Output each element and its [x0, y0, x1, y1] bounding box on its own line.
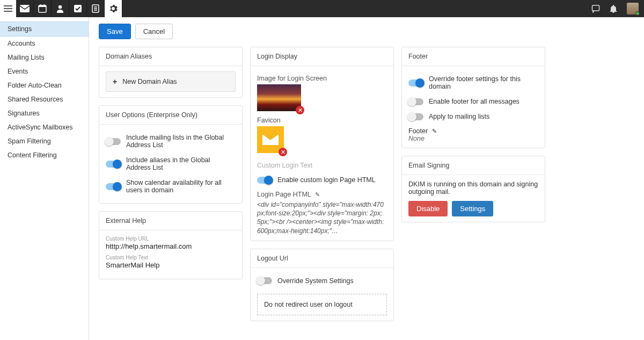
login-page-html-value: <div id="companyinfo" style="max-width:4…	[257, 200, 387, 235]
svg-rect-2	[39, 5, 46, 7]
toggle-label: Override footer settings for this domain	[429, 75, 538, 90]
svg-rect-3	[40, 4, 41, 6]
toggle-label: Override System Settings	[277, 277, 354, 285]
card-title: Domain Aliases	[99, 47, 242, 66]
toggle-calendar-availability[interactable]	[106, 183, 121, 190]
toggle-override-logout[interactable]	[257, 277, 272, 284]
svg-rect-11	[592, 5, 599, 11]
logout-url-card: Logout Url Override System Settings Do n…	[250, 249, 394, 321]
email-signing-card: Email Signing DKIM is running on this do…	[401, 156, 545, 222]
sidebar-item-content-filtering[interactable]: Content Filtering	[0, 148, 89, 162]
help-url-label: Custom Help URL	[106, 236, 236, 242]
footer-value: None	[408, 135, 538, 142]
svg-rect-0	[20, 5, 30, 12]
login-display-card: Login Display Image for Login Screen ✕ F…	[250, 47, 394, 241]
toggle-label: Include aliases in the Global Address Li…	[126, 156, 236, 171]
main-content: Save Cancel Domain Aliases + New Domain …	[89, 17, 644, 340]
svg-point-5	[58, 5, 62, 9]
domain-aliases-card: Domain Aliases + New Domain Alias	[99, 47, 243, 98]
toggle-label: Include mailing lists in the Global Addr…	[126, 134, 236, 149]
sidebar: Settings Accounts Mailing Lists Events F…	[0, 17, 89, 340]
remove-favicon-icon[interactable]: ✕	[279, 148, 287, 156]
custom-login-text-input[interactable]: Custom Login Text	[257, 158, 387, 172]
toggle-label: Show calendar availability for all users…	[126, 179, 236, 194]
login-image-label: Image for Login Screen	[257, 75, 387, 82]
user-avatar[interactable]	[627, 3, 639, 15]
toggle-enable-custom-html[interactable]	[257, 177, 272, 184]
footer-label: Footer	[408, 127, 428, 135]
sidebar-item-settings[interactable]: Settings	[0, 21, 89, 37]
toggle-label: Apply to mailing lists	[429, 113, 489, 120]
plus-icon: +	[113, 77, 117, 86]
logout-redirect-message: Do not redirect user on logout	[257, 294, 387, 315]
favicon-label: Favicon	[257, 117, 387, 124]
check-icon[interactable]	[69, 0, 87, 17]
calendar-icon[interactable]	[34, 0, 52, 17]
mail-icon[interactable]	[16, 0, 34, 17]
settings-icon[interactable]	[105, 0, 122, 17]
topbar	[0, 0, 644, 17]
toggle-footer-mailing-lists[interactable]	[408, 113, 423, 120]
new-domain-alias-label: New Domain Alias	[122, 78, 177, 85]
card-title: External Help	[99, 212, 242, 230]
sidebar-item-events[interactable]: Events	[0, 64, 89, 78]
external-help-card: External Help Custom Help URL htttp://he…	[99, 211, 243, 279]
notes-icon[interactable]	[87, 0, 105, 17]
save-button[interactable]: Save	[99, 24, 131, 39]
remove-login-image-icon[interactable]: ✕	[296, 106, 304, 114]
favicon-thumbnail[interactable]: ✕	[257, 126, 284, 153]
sidebar-item-accounts[interactable]: Accounts	[0, 37, 89, 50]
help-url-input[interactable]: htttp://help.smartermail.com	[106, 242, 236, 250]
toggle-label: Enable custom login Page HTML	[277, 176, 376, 184]
toggle-override-footer[interactable]	[408, 79, 423, 86]
card-title: Logout Url	[251, 249, 393, 268]
sidebar-item-shared-resources[interactable]: Shared Resources	[0, 92, 89, 106]
toggle-mailing-lists-gal[interactable]	[106, 138, 121, 145]
login-page-html-label: Login Page HTML	[257, 191, 311, 198]
disable-dkim-button[interactable]: Disable	[408, 201, 448, 216]
login-image-thumbnail[interactable]: ✕	[257, 84, 301, 111]
footer-card: Footer Override footer settings for this…	[401, 47, 545, 148]
envelope-icon	[262, 134, 279, 145]
toggle-label: Enable footer for all messages	[429, 98, 519, 105]
svg-rect-4	[44, 4, 45, 6]
card-title: Email Signing	[402, 156, 545, 175]
help-text-label: Custom Help Text	[106, 255, 236, 261]
card-title: User Options (Enterprise Only)	[99, 106, 242, 125]
sidebar-item-signatures[interactable]: Signatures	[0, 106, 89, 120]
sidebar-item-mailing-lists[interactable]: Mailing Lists	[0, 50, 89, 64]
edit-icon[interactable]: ✎	[315, 191, 320, 198]
chat-icon[interactable]	[591, 4, 600, 13]
toggle-enable-footer-all[interactable]	[408, 98, 423, 105]
user-options-card: User Options (Enterprise Only) Include m…	[99, 105, 243, 204]
bell-icon[interactable]	[610, 4, 617, 13]
dkim-settings-button[interactable]: Settings	[452, 201, 493, 216]
dkim-status: DKIM is running on this domain and signi…	[408, 180, 538, 196]
help-text-input[interactable]: SmarterMail Help	[106, 261, 236, 269]
edit-icon[interactable]: ✎	[432, 128, 437, 134]
sidebar-item-folder-auto-clean[interactable]: Folder Auto-Clean	[0, 78, 89, 92]
sidebar-item-activesync[interactable]: ActiveSync Mailboxes	[0, 120, 89, 134]
cancel-button[interactable]: Cancel	[135, 24, 173, 39]
new-domain-alias-button[interactable]: + New Domain Alias	[106, 71, 236, 92]
hamburger-icon[interactable]	[0, 0, 16, 17]
sidebar-item-spam-filtering[interactable]: Spam Filtering	[0, 134, 89, 148]
card-title: Footer	[402, 47, 545, 66]
card-title: Login Display	[251, 47, 393, 66]
person-icon[interactable]	[52, 0, 69, 17]
toggle-aliases-gal[interactable]	[106, 161, 121, 168]
